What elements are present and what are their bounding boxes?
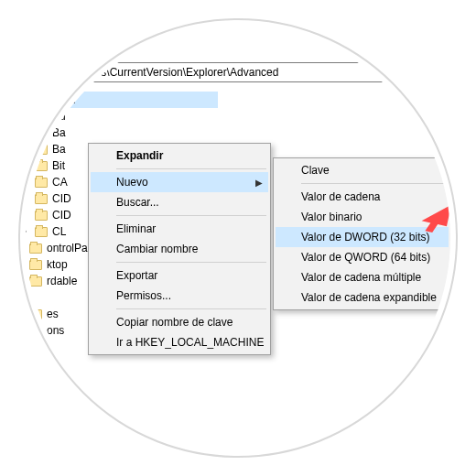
menu-rename[interactable]: Cambiar nombre	[91, 239, 268, 259]
tree-label: Ba	[52, 124, 66, 141]
folder-icon	[29, 243, 42, 254]
regedit-window: licrosoft\Windows\CurrentVersion\Explore…	[16, 37, 456, 439]
chevron-right-icon: ›	[24, 124, 33, 141]
submenu-string-value[interactable]: Valor de cadena	[276, 187, 449, 207]
chevron-right-icon: ›	[24, 190, 33, 207]
chevron-right-icon: ›	[18, 240, 27, 256]
tree-label: CID	[52, 207, 71, 223]
submenu-multi-string-value[interactable]: Valor de cadena múltiple	[276, 267, 449, 287]
menu-delete[interactable]: Eliminar	[91, 219, 268, 239]
submenu-binary-value[interactable]: Valor binario	[276, 207, 449, 227]
submenu-expandable-string-value[interactable]: Valor de cadena expandible	[276, 287, 449, 308]
chevron-right-icon: ›	[24, 141, 33, 157]
tree-label: ons	[47, 322, 64, 339]
chevron-right-icon: ›	[18, 256, 27, 273]
tree-label: Au	[52, 108, 66, 124]
menu-label: Nuevo	[116, 176, 148, 189]
chevron-right-icon: ›	[24, 157, 33, 174]
submenu-new: Clave Valor de cadena Valor binario Valo…	[273, 157, 451, 310]
menu-label: Clave	[301, 164, 330, 177]
menu-label: Valor de cadena	[301, 190, 381, 203]
context-menu: Expandir Nuevo ▶ Buscar... Eliminar Camb…	[88, 143, 271, 355]
chevron-right-icon: ▶	[255, 178, 263, 188]
folder-icon	[29, 276, 42, 287]
menu-permissions[interactable]: Permisos...	[91, 286, 268, 306]
chevron-right-icon: ›	[18, 306, 27, 322]
chevron-right-icon: ›	[18, 322, 27, 339]
menu-copy-key-name[interactable]: Copiar nombre de clave	[91, 312, 268, 332]
menu-new[interactable]: Nuevo ▶	[91, 172, 268, 192]
folder-icon	[35, 211, 48, 221]
menu-separator	[116, 262, 266, 263]
folder-icon	[35, 161, 48, 171]
folder-icon	[35, 128, 48, 138]
submenu-dword-value[interactable]: Valor de DWORD (32 bits)	[276, 227, 449, 247]
menu-label: Ir a HKEY_LOCAL_MACHINE	[116, 336, 264, 349]
menu-separator	[116, 215, 266, 216]
tree-label: Bit	[52, 157, 65, 174]
folder-icon	[40, 95, 53, 105]
address-text: licrosoft\Windows\CurrentVersion\Explore…	[21, 66, 278, 79]
submenu-key[interactable]: Clave	[276, 160, 449, 180]
folder-icon	[35, 112, 48, 122]
menu-label: Buscar...	[116, 196, 159, 209]
tree-item-selected[interactable]: ced	[33, 92, 218, 108]
tree-label: CA	[52, 174, 68, 190]
menu-label: Valor de cadena múltiple	[301, 271, 421, 284]
address-bar-row: licrosoft\Windows\CurrentVersion\Explore…	[16, 62, 438, 82]
menu-label: Eliminar	[116, 222, 156, 235]
menu-label: Cambiar nombre	[116, 243, 198, 255]
tree-label: CL	[52, 223, 66, 240]
menu-separator	[301, 183, 447, 184]
folder-icon	[35, 194, 48, 204]
menu-separator	[116, 308, 266, 309]
folder-icon	[29, 309, 42, 319]
tree-item[interactable]: ›Au	[16, 108, 218, 124]
menu-label: Exportar	[116, 269, 157, 282]
tree-item[interactable]: ›Ba	[16, 124, 218, 141]
tree-label: rdable	[47, 273, 77, 289]
menu-label: Permisos...	[116, 289, 171, 302]
menu-separator	[116, 168, 266, 169]
folder-icon	[29, 260, 42, 270]
menu-label: Copiar nombre de clave	[116, 316, 233, 329]
menu-go-to-hklm[interactable]: Ir a HKEY_LOCAL_MACHINE	[91, 332, 268, 352]
address-bar[interactable]: licrosoft\Windows\CurrentVersion\Explore…	[16, 62, 438, 82]
chevron-right-icon: ›	[24, 223, 33, 240]
submenu-qword-value[interactable]: Valor de QWORD (64 bits)	[276, 247, 449, 267]
menu-expand[interactable]: Expandir	[91, 146, 268, 166]
menu-export[interactable]: Exportar	[91, 265, 268, 286]
tree-label: Ba	[52, 141, 66, 157]
menu-label: Valor de cadena expandible	[301, 291, 437, 304]
folder-icon	[29, 326, 42, 336]
menu-label: Valor de DWORD (32 bits)	[301, 231, 429, 243]
chevron-right-icon: ›	[24, 207, 33, 223]
menu-label: Expandir	[116, 149, 163, 162]
folder-icon	[35, 178, 48, 188]
folder-icon	[35, 227, 48, 237]
menu-find[interactable]: Buscar...	[91, 192, 268, 212]
tree-label: es	[47, 306, 59, 322]
tree-label: CID	[52, 190, 71, 207]
chevron-right-icon: ›	[24, 108, 33, 124]
menu-label: Valor de QWORD (64 bits)	[301, 251, 430, 264]
tree-label: ced	[58, 92, 75, 108]
folder-icon	[35, 145, 48, 155]
menu-label: Valor binario	[301, 211, 362, 223]
tree-label: ktop	[47, 256, 68, 273]
